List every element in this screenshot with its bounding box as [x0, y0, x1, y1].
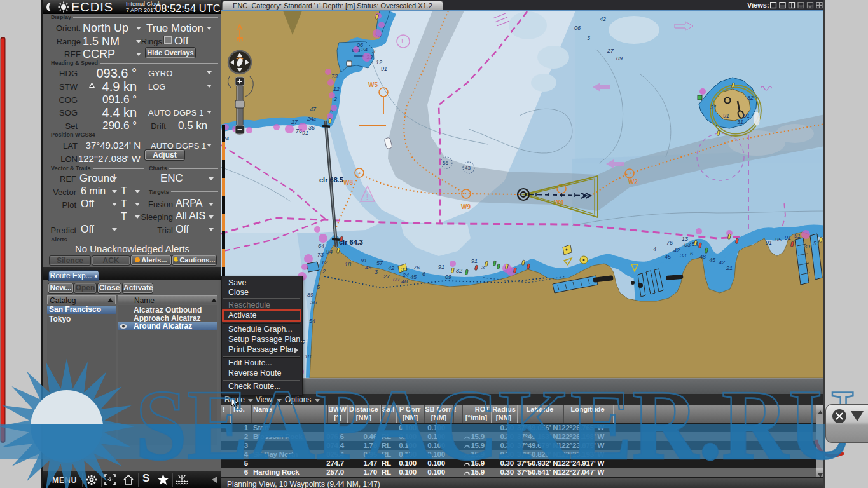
- svg-text:06: 06: [574, 25, 581, 31]
- svg-text:57: 57: [376, 260, 383, 266]
- svg-text:09: 09: [393, 276, 399, 283]
- svg-text:27: 27: [383, 273, 390, 280]
- svg-text:21: 21: [726, 265, 733, 271]
- svg-text:27: 27: [291, 119, 298, 125]
- svg-text:09: 09: [616, 55, 623, 62]
- svg-text:36: 36: [308, 125, 315, 131]
- svg-text:3: 3: [481, 264, 485, 271]
- svg-text:54: 54: [310, 116, 316, 123]
- svg-text:89: 89: [307, 292, 313, 298]
- svg-text:39: 39: [804, 243, 810, 250]
- svg-text:94: 94: [326, 248, 333, 255]
- svg-text:03: 03: [684, 241, 691, 248]
- svg-text:12: 12: [376, 59, 382, 65]
- svg-text:82: 82: [456, 268, 462, 274]
- svg-text:45: 45: [709, 257, 716, 263]
- svg-text:31: 31: [737, 119, 743, 125]
- svg-text:W8: W8: [343, 179, 353, 186]
- svg-text:!: !: [366, 194, 368, 201]
- svg-text:73: 73: [317, 252, 324, 258]
- svg-text:W2: W2: [628, 179, 638, 186]
- svg-text:48: 48: [401, 278, 408, 285]
- svg-text:45: 45: [365, 264, 372, 271]
- svg-text:33: 33: [680, 252, 686, 259]
- svg-text:3: 3: [587, 35, 590, 41]
- svg-text:76: 76: [666, 240, 673, 246]
- svg-text:18: 18: [305, 353, 311, 360]
- svg-text:42: 42: [673, 247, 680, 254]
- svg-text:12: 12: [333, 86, 340, 92]
- svg-text:45: 45: [665, 254, 672, 260]
- svg-text:45: 45: [410, 274, 417, 280]
- svg-text:W9: W9: [461, 203, 471, 210]
- svg-text:31: 31: [710, 104, 717, 111]
- svg-text:42: 42: [719, 259, 725, 266]
- svg-text:6: 6: [422, 271, 425, 277]
- svg-text:95: 95: [775, 236, 782, 243]
- svg-text:91: 91: [471, 258, 478, 264]
- svg-text:64: 64: [318, 243, 324, 249]
- svg-text:12: 12: [321, 259, 327, 266]
- svg-text:42: 42: [600, 16, 606, 22]
- svg-text:09: 09: [445, 274, 451, 280]
- svg-text:73: 73: [331, 73, 338, 79]
- svg-text:91: 91: [723, 112, 729, 119]
- svg-text:27: 27: [607, 48, 614, 54]
- svg-text:91: 91: [794, 233, 801, 239]
- svg-text:91: 91: [381, 65, 387, 72]
- svg-text:4: 4: [653, 246, 656, 252]
- svg-text:36: 36: [310, 299, 317, 306]
- svg-text:47: 47: [310, 106, 317, 112]
- svg-text:43: 43: [465, 165, 471, 171]
- svg-text:18: 18: [345, 261, 351, 268]
- svg-text:91: 91: [361, 257, 367, 264]
- svg-text:clr 68.5: clr 68.5: [319, 176, 343, 184]
- svg-text:!: !: [401, 38, 403, 46]
- svg-text:24: 24: [361, 46, 368, 53]
- svg-text:91: 91: [438, 264, 444, 270]
- svg-text:91: 91: [785, 234, 791, 241]
- svg-text:51: 51: [813, 240, 820, 247]
- svg-text:3: 3: [375, 269, 378, 275]
- svg-text:91: 91: [766, 240, 772, 246]
- svg-text:6: 6: [690, 250, 693, 257]
- svg-text:56: 56: [443, 160, 448, 166]
- svg-text:2: 2: [322, 268, 326, 274]
- svg-text:24: 24: [402, 272, 409, 278]
- svg-text:48: 48: [699, 254, 706, 260]
- svg-text:42: 42: [388, 265, 394, 271]
- svg-text:82: 82: [747, 95, 754, 101]
- svg-text:91: 91: [743, 112, 750, 119]
- svg-text:W5: W5: [368, 81, 378, 88]
- svg-text:54: 54: [309, 318, 315, 324]
- svg-text:76: 76: [413, 264, 420, 271]
